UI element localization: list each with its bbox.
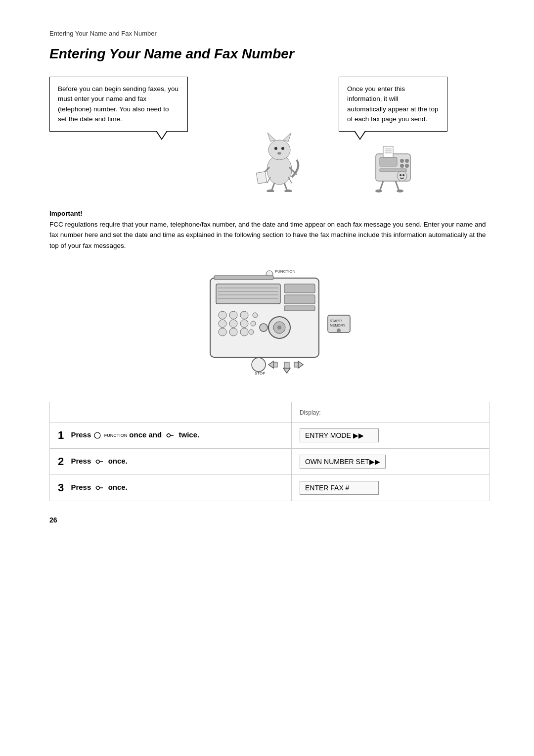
svg-point-48 xyxy=(229,320,237,328)
page-number: 26 xyxy=(49,516,490,524)
svg-point-58 xyxy=(260,324,267,331)
svg-point-47 xyxy=(219,320,226,328)
intro-section: Before you can begin sending faxes, you … xyxy=(49,77,490,193)
svg-point-66 xyxy=(252,358,266,372)
svg-rect-23 xyxy=(383,146,393,157)
svg-rect-42 xyxy=(284,306,315,311)
svg-text:FUNCTION: FUNCTION xyxy=(275,269,296,274)
svg-point-52 xyxy=(229,328,237,336)
chapter-title: Entering Your Name and Fax Number xyxy=(49,46,490,62)
svg-rect-69 xyxy=(273,362,277,367)
svg-point-54 xyxy=(249,330,254,334)
svg-point-29 xyxy=(402,174,404,176)
svg-point-57 xyxy=(277,326,281,330)
svg-point-43 xyxy=(219,311,226,319)
svg-line-31 xyxy=(396,181,399,191)
step-header-left xyxy=(50,402,292,423)
breadcrumb: Entering Your Name and Fax Number xyxy=(49,30,490,37)
display-text-1: ENTRY MODE ▶▶ xyxy=(300,428,379,442)
svg-point-27 xyxy=(397,171,407,181)
svg-point-51 xyxy=(219,328,226,336)
steps-table: Display: 1 Press FUNCTION once and twic xyxy=(49,402,490,501)
fox-icon xyxy=(250,128,309,192)
step-1-instruction: 1 Press FUNCTION once and twice. xyxy=(50,423,292,449)
svg-rect-8 xyxy=(256,172,267,184)
svg-marker-3 xyxy=(283,133,291,142)
svg-point-5 xyxy=(281,147,284,150)
important-text: FCC regulations require that your name, … xyxy=(49,221,486,249)
svg-point-22 xyxy=(405,164,409,168)
svg-rect-17 xyxy=(380,157,397,166)
svg-point-19 xyxy=(400,159,404,163)
function-button-icon xyxy=(94,432,101,439)
fax-panel-diagram: FUNCTION START/ MEMORY STOP xyxy=(176,263,363,387)
speech-bubble-right: Once you enter this information, it will… xyxy=(339,77,447,132)
step-3-instruction: 3 Press once. xyxy=(50,475,292,501)
steps-header-row: Display: xyxy=(50,402,490,423)
svg-marker-2 xyxy=(267,133,275,142)
svg-marker-70 xyxy=(283,368,290,373)
svg-point-45 xyxy=(240,311,248,319)
svg-point-53 xyxy=(240,328,248,336)
svg-point-20 xyxy=(405,159,409,163)
svg-rect-73 xyxy=(294,362,298,367)
display-text-3: ENTER FAX # xyxy=(300,481,379,495)
important-label: Important! xyxy=(49,210,83,217)
svg-marker-68 xyxy=(268,361,273,368)
nav-arrow-icon-3 xyxy=(94,482,105,493)
step-1-display: ENTRY MODE ▶▶ xyxy=(291,423,489,449)
fox-character-area xyxy=(250,128,309,193)
characters-area: Once you enter this information, it will… xyxy=(208,77,490,193)
svg-point-49 xyxy=(240,320,248,328)
svg-point-44 xyxy=(229,311,237,319)
svg-rect-41 xyxy=(284,295,315,304)
step-2-instruction: 2 Press once. xyxy=(50,449,292,475)
svg-point-4 xyxy=(274,147,277,150)
important-section: Important! FCC regulations require that … xyxy=(49,208,490,251)
nav-arrow-icon-2 xyxy=(94,456,105,467)
svg-marker-72 xyxy=(298,361,303,368)
svg-point-64 xyxy=(337,329,341,332)
svg-point-6 xyxy=(277,152,281,155)
svg-point-28 xyxy=(400,174,401,176)
speech-bubble-left: Before you can begin sending faxes, you … xyxy=(49,77,188,132)
svg-point-21 xyxy=(400,164,404,168)
function-label: FUNCTION xyxy=(104,433,128,438)
nav-arrow-icon-1 xyxy=(165,430,176,441)
svg-line-15 xyxy=(288,177,292,183)
svg-point-74 xyxy=(94,432,100,438)
fax-machine-character-icon xyxy=(366,139,420,193)
step-header-right: Display: xyxy=(291,402,489,423)
svg-rect-40 xyxy=(284,284,315,293)
fax-panel-container: FUNCTION START/ MEMORY STOP xyxy=(49,263,490,387)
right-area: Once you enter this information, it will… xyxy=(339,77,447,193)
svg-line-30 xyxy=(380,181,383,191)
display-label: Display: xyxy=(300,409,321,416)
step-2-display: OWN NUMBER SET▶▶ xyxy=(291,449,489,475)
svg-rect-35 xyxy=(216,284,280,304)
svg-point-12 xyxy=(267,189,274,192)
display-text-2: OWN NUMBER SET▶▶ xyxy=(300,455,386,469)
svg-rect-71 xyxy=(284,362,289,368)
svg-text:MEMORY: MEMORY xyxy=(330,324,346,327)
svg-point-32 xyxy=(375,189,382,192)
svg-point-13 xyxy=(284,189,292,192)
table-row: 1 Press FUNCTION once and twice. ENTRY M… xyxy=(50,423,490,449)
step-3-display: ENTER FAX # xyxy=(291,475,489,501)
svg-point-50 xyxy=(251,321,256,326)
svg-point-1 xyxy=(268,140,290,160)
svg-line-14 xyxy=(267,177,270,183)
page-container: Entering Your Name and Fax Number Enteri… xyxy=(0,0,534,756)
svg-rect-65 xyxy=(214,276,273,280)
table-row: 3 Press once. ENTER FAX # xyxy=(50,475,490,501)
table-row: 2 Press once. OWN NUMBER SET▶▶ xyxy=(50,449,490,475)
svg-point-33 xyxy=(397,189,403,192)
svg-text:STOP: STOP xyxy=(255,371,266,376)
svg-point-46 xyxy=(253,313,258,318)
svg-text:START/: START/ xyxy=(330,319,342,323)
